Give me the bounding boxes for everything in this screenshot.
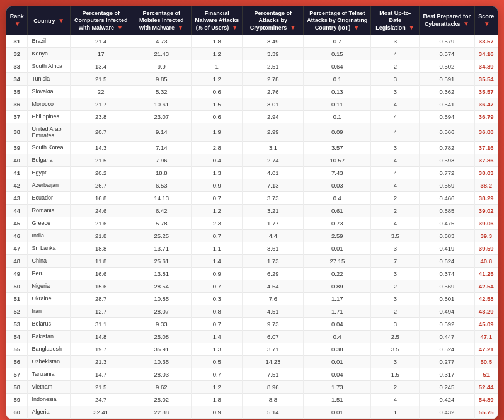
sort-icon-score: ▼ — [484, 20, 490, 28]
cell-pct_cryptominer: 6.29 — [243, 267, 304, 280]
cell-pct_telnet: 0.4 — [304, 330, 371, 343]
sort-icon-rank: ▼ — [14, 20, 21, 28]
cell-pct_malware: 13.4 — [70, 60, 132, 72]
table-row: 57Tanzania14.728.030.77.510.041.50.31751 — [6, 368, 498, 380]
cell-legislation: 3 — [371, 85, 420, 98]
cell-pct_cryptominer: 8.96 — [243, 380, 304, 393]
cell-fin_malware: 1.8 — [192, 35, 243, 48]
cell-legislation: 2 — [371, 305, 420, 317]
cell-prepared: 0.569 — [420, 280, 474, 292]
cell-rank: 34 — [6, 72, 28, 85]
cell-pct_mobile: 6.42 — [132, 204, 191, 217]
cell-prepared: 0.585 — [420, 204, 474, 217]
cell-pct_cryptominer: 2.78 — [243, 72, 304, 85]
cell-legislation: 4 — [371, 98, 420, 110]
cell-country: China — [28, 254, 70, 267]
table-row: 38United Arab Emirates20.79.141.92.990.0… — [6, 123, 498, 141]
cell-score: 42.58 — [474, 292, 498, 305]
cell-prepared: 0.317 — [420, 368, 474, 380]
cell-pct_cryptominer: 3.21 — [243, 204, 304, 217]
cell-fin_malware: 1.2 — [192, 204, 243, 217]
cell-legislation: 3 — [371, 242, 420, 254]
cell-pct_telnet: 0.15 — [304, 47, 371, 60]
cell-score: 39.59 — [474, 242, 498, 254]
cell-fin_malware: 1.4 — [192, 330, 243, 343]
cell-legislation: 4 — [371, 154, 420, 166]
col-rank[interactable]: Rank ▼ — [6, 6, 28, 35]
cell-legislation: 4 — [371, 110, 420, 123]
table-row: 56Uzbekistan21.310.350.514.230.0130.2775… — [6, 355, 498, 368]
cell-fin_malware: 1.5 — [192, 98, 243, 110]
cell-rank: 55 — [6, 343, 28, 355]
cell-legislation: 4 — [371, 179, 420, 191]
cell-country: Vietnam — [28, 380, 70, 393]
cell-country: Morocco — [28, 98, 70, 110]
cell-prepared: 0.447 — [420, 330, 474, 343]
col-country[interactable]: Country ▼ — [28, 6, 70, 35]
cell-pct_malware: 14.3 — [70, 141, 132, 154]
cell-pct_malware: 21.5 — [70, 154, 132, 166]
table-row: 31Brazil21.44.731.83.490.730.57933.57 — [6, 35, 498, 48]
cell-pct_malware: 21.7 — [70, 98, 132, 110]
cell-pct_telnet: 0.38 — [304, 343, 371, 355]
cell-pct_mobile: 25.25 — [132, 229, 191, 242]
cell-fin_malware: 1.9 — [192, 123, 243, 141]
cell-score: 35.57 — [474, 85, 498, 98]
cell-country: Belarus — [28, 317, 70, 330]
cell-score: 54.89 — [474, 393, 498, 406]
col-pct-telnet[interactable]: Percentage of Telnet Attacks by Originat… — [304, 6, 371, 35]
cell-rank: 59 — [6, 393, 28, 406]
table-row: 59Indonesia24.725.021.88.81.5140.42454.8… — [6, 393, 498, 406]
col-pct-cryptominer[interactable]: Percentage of Attacks by Cryptominers ▼ — [243, 6, 304, 35]
sort-icon-pct-telnet: ▼ — [353, 24, 360, 31]
cell-pct_malware: 20.2 — [70, 166, 132, 179]
cell-country: Tunisia — [28, 72, 70, 85]
cell-pct_cryptominer: 2.74 — [243, 154, 304, 166]
col-pct-malware[interactable]: Percentage of Computers Infected with Ma… — [70, 6, 132, 35]
cell-pct_mobile: 9.9 — [132, 60, 191, 72]
cell-pct_cryptominer: 7.13 — [243, 179, 304, 191]
cell-legislation: 3.5 — [371, 343, 420, 355]
cell-prepared: 0.277 — [420, 355, 474, 368]
cell-country: South Africa — [28, 60, 70, 72]
cell-pct_cryptominer: 8.8 — [243, 393, 304, 406]
cell-pct_mobile: 28.54 — [132, 280, 191, 292]
cell-pct_telnet: 0.1 — [304, 110, 371, 123]
cell-score: 35.54 — [474, 72, 498, 85]
col-legislation[interactable]: Most Up-to-Date Legislation ▼ — [371, 6, 420, 35]
cell-pct_malware: 20.7 — [70, 123, 132, 141]
cell-legislation: 4 — [371, 217, 420, 229]
cell-rank: 41 — [6, 166, 28, 179]
table-row: 43Ecuador16.814.130.73.730.420.46638.29 — [6, 191, 498, 204]
cell-score: 47.1 — [474, 330, 498, 343]
col-fin-malware[interactable]: Financial Malware Attacks (% of Users) ▼ — [192, 6, 243, 35]
cell-legislation: 2 — [371, 191, 420, 204]
cell-pct_malware: 19.7 — [70, 343, 132, 355]
cell-pct_cryptominer: 4.4 — [243, 229, 304, 242]
cell-pct_telnet: 0.01 — [304, 406, 371, 418]
cell-prepared: 0.579 — [420, 35, 474, 48]
col-pct-mobile[interactable]: Percentage of Mobiles Infected with Malw… — [132, 6, 191, 35]
col-prepared[interactable]: Best Prepared for Cyberattacks ▼ — [420, 6, 474, 35]
cell-score: 38.03 — [474, 166, 498, 179]
cell-rank: 37 — [6, 110, 28, 123]
cell-pct_mobile: 25.61 — [132, 254, 191, 267]
cell-fin_malware: 0.8 — [192, 305, 243, 317]
cell-pct_cryptominer: 2.51 — [243, 60, 304, 72]
cell-pct_malware: 11.8 — [70, 254, 132, 267]
cell-pct_cryptominer: 6.07 — [243, 330, 304, 343]
cell-pct_mobile: 13.81 — [132, 267, 191, 280]
cell-fin_malware: 1.8 — [192, 393, 243, 406]
cell-pct_telnet: 0.73 — [304, 217, 371, 229]
cell-legislation: 4 — [371, 393, 420, 406]
cell-legislation: 2 — [371, 204, 420, 217]
cell-fin_malware: 0.3 — [192, 292, 243, 305]
cell-pct_mobile: 10.35 — [132, 355, 191, 368]
cell-prepared: 0.593 — [420, 154, 474, 166]
cell-country: Romania — [28, 204, 70, 217]
cell-prepared: 0.502 — [420, 60, 474, 72]
cell-fin_malware: 0.7 — [192, 229, 243, 242]
col-score[interactable]: Score ▼ — [474, 6, 498, 35]
cell-fin_malware: 0.5 — [192, 355, 243, 368]
cell-score: 36.47 — [474, 98, 498, 110]
